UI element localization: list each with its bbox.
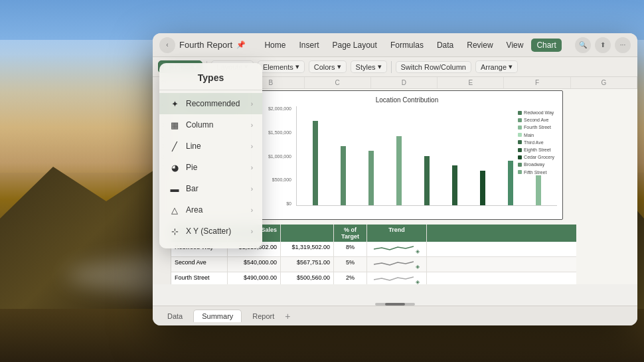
elements-chevron: ▾ (295, 62, 299, 71)
panel-item-bar[interactable]: ▬Bar› (159, 178, 262, 199)
scrollbar-track[interactable] (375, 303, 415, 306)
sep2 (391, 61, 392, 73)
elements-button[interactable]: Elements ▾ (258, 60, 305, 73)
bottom-tabs: Data Summary Report + (153, 306, 637, 325)
switch-rowcol-button[interactable]: Switch Row/Column (396, 61, 471, 73)
legend-item: Second Ave (518, 116, 554, 124)
legend-item: Main (518, 132, 554, 139)
panel-item-area[interactable]: △Area› (159, 199, 262, 221)
tab-report[interactable]: Report (244, 310, 282, 322)
panel-item-x-y-(scatter)[interactable]: ⊹X Y (Scatter)› (159, 221, 262, 242)
bar-col (469, 106, 496, 205)
menu-home[interactable]: Home (259, 39, 291, 52)
scrollbar-thumb (385, 303, 405, 306)
search-button[interactable]: 🔍 (575, 37, 591, 53)
chart-title: Location Contribution (257, 96, 557, 104)
col-d: D (371, 77, 438, 88)
table-row: Second Ave$540,000.00$567,751.005% ◈ (171, 257, 576, 272)
panel-item-line[interactable]: ╱Line› (159, 136, 262, 157)
arrange-chevron: ▾ (509, 62, 513, 71)
panel-icon: ▦ (169, 119, 181, 131)
header-pct: % of Target (334, 225, 367, 242)
more-button[interactable]: ··· (615, 37, 631, 53)
menu-insert[interactable]: Insert (293, 39, 324, 52)
styles-button[interactable]: Styles ▾ (351, 60, 387, 73)
chart-legend: Redwood WaySecond AveFourth StreetMainTh… (518, 109, 554, 176)
col-c: C (305, 77, 371, 88)
legend-item: Broadway (518, 161, 554, 168)
panel-icon: ╱ (169, 140, 181, 152)
chevron-right-icon: › (251, 207, 253, 214)
panel-item-column[interactable]: ▦Column› (159, 114, 262, 136)
col-f: F (504, 77, 570, 88)
panel-title: Types (159, 70, 262, 90)
arrange-button[interactable]: Arrange ▾ (475, 60, 518, 73)
menu-pagelayout[interactable]: Page Layout (327, 39, 382, 52)
panel-icon: ⊹ (169, 225, 181, 237)
chevron-right-icon: › (251, 143, 253, 150)
panel-icon: ◕ (169, 161, 181, 173)
title-bar: ‹ Fourth Report 📌 Home Insert Page Layou… (153, 33, 637, 57)
tab-data[interactable]: Data (159, 310, 191, 322)
bar-col (358, 106, 384, 205)
chevron-right-icon: › (251, 164, 253, 171)
bar-col (330, 106, 357, 205)
chevron-right-icon: › (251, 185, 253, 193)
chart-inner: $2,000,000 $1,500,000 $1,000,000 $500,00… (257, 106, 557, 206)
chart-container[interactable]: Location Contribution $2,000,000 $1,500,… (251, 90, 563, 220)
panel-item-recommended[interactable]: ✦Recommended› (159, 93, 262, 114)
chart-bars-area: Redwood WaySecond AveFourth StreetMainTh… (296, 106, 557, 206)
menu-review[interactable]: Review (461, 39, 498, 52)
bar-col (386, 106, 412, 205)
bar-col (414, 106, 440, 205)
add-sheet-button[interactable]: + (285, 311, 290, 321)
header-target (281, 225, 334, 242)
table-row: Fourth Street$490,000.00$500,560.002% ◈ (171, 272, 576, 284)
col-g: G (571, 77, 637, 88)
panel-item-pie[interactable]: ◕Pie› (159, 157, 262, 178)
bar-col (302, 106, 329, 205)
pin-icon: 📌 (236, 41, 246, 49)
bar-col (442, 106, 468, 205)
back-button[interactable]: ‹ (159, 37, 175, 53)
share-button[interactable]: ⬆ (595, 37, 611, 53)
legend-item: Redwood Way (518, 109, 554, 116)
menu-formulas[interactable]: Formulas (385, 39, 429, 52)
legend-item: Fourth Street (518, 124, 554, 131)
panel-icon: ✦ (169, 98, 181, 110)
panel-items: ✦Recommended›▦Column›╱Line›◕Pie›▬Bar›△Ar… (159, 93, 262, 242)
types-panel: Types ✦Recommended›▦Column›╱Line›◕Pie›▬B… (159, 63, 262, 248)
menu-data[interactable]: Data (432, 39, 459, 52)
colors-button[interactable]: Colors ▾ (309, 60, 347, 73)
colors-chevron: ▾ (337, 62, 341, 71)
legend-item: Fifth Street (518, 169, 554, 176)
legend-item: Third Ave (518, 139, 554, 146)
col-e: E (438, 77, 504, 88)
tab-summary[interactable]: Summary (193, 310, 242, 322)
legend-item: Eighth Street (518, 146, 554, 153)
legend-item: Cedar Grocery (518, 153, 554, 161)
menu-view[interactable]: View (501, 39, 529, 52)
window-title: Fourth Report (179, 40, 232, 50)
panel-icon: △ (169, 204, 181, 216)
chart-y-axis: $2,000,000 $1,500,000 $1,000,000 $500,00… (257, 106, 293, 206)
chevron-right-icon: › (251, 100, 253, 108)
chevron-right-icon: › (251, 122, 253, 129)
menu-chart[interactable]: Chart (531, 39, 561, 52)
chevron-right-icon: › (251, 228, 253, 235)
styles-chevron: ▾ (378, 62, 382, 71)
panel-icon: ▬ (169, 183, 181, 195)
header-trend: Trend (367, 225, 427, 242)
